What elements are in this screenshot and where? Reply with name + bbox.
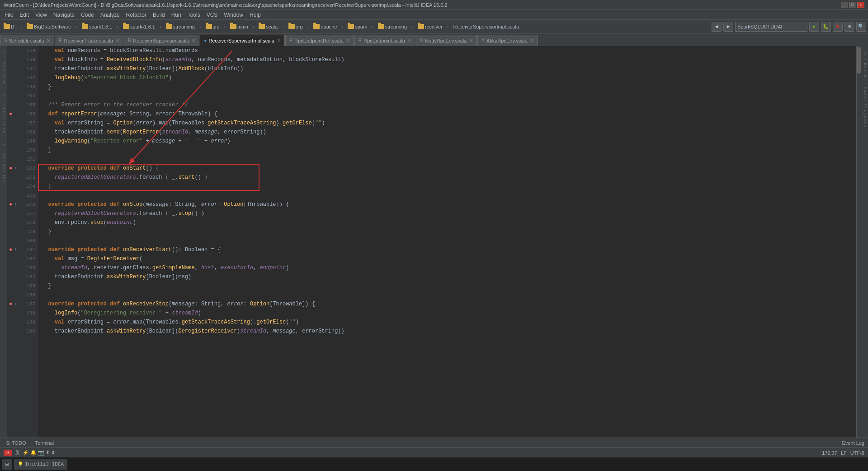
code-line-162: logDebug(s"Reported block $blockId"): [42, 73, 856, 82]
tab-rpcendpoint[interactable]: R RpcEndpoint.scala ✕: [354, 35, 415, 46]
code-editor[interactable]: val numRecords = blockStoreResult.numRec…: [38, 46, 856, 438]
code-line-160: val blockInfo = ReceivedBlockInfo(stream…: [42, 55, 856, 64]
tab-nettyrpcenv[interactable]: N NettyRpcEnv.scala ✕: [416, 35, 477, 46]
menu-edit[interactable]: Edit: [17, 11, 32, 19]
breadcrumb-bigdata[interactable]: BigDataSoftware: [25, 23, 73, 30]
linenum-168: 168: [7, 128, 38, 137]
main-area: 1: Project 2: Structure 7: Structure 159…: [0, 46, 868, 438]
folder-icon-11: [348, 24, 354, 29]
code-line-184: trackerEndpoint.askWithRetry[Boolean](ms…: [42, 272, 856, 281]
tab-icon-rpcendpoint: R: [359, 38, 362, 43]
breadcrumb-scala[interactable]: scala: [257, 23, 279, 30]
breadcrumb-spark-161[interactable]: spark-1.6.1: [121, 23, 157, 30]
tab-label-nettyrpcenv: NettyRpcEnv.scala: [425, 38, 467, 43]
tab-label-scheduler: Scheduler.scala: [9, 38, 44, 43]
tab-label-akkarpcenv: AkkaRpcEnv.scala: [486, 38, 528, 43]
menu-tools[interactable]: Tools: [185, 11, 203, 19]
close-tab-receivertracker[interactable]: ✕: [116, 38, 119, 43]
title-bar: WordCount - [D:\IdeaProjects\WordCount] …: [0, 0, 868, 10]
linenum-173: 173: [7, 173, 38, 182]
folder-icon-9: [288, 24, 295, 29]
code-line-185: }: [42, 281, 856, 290]
tab-receivertracker[interactable]: R ReceiverTracker.scala ✕: [55, 35, 123, 46]
close-tab-scheduler[interactable]: ✕: [47, 38, 50, 43]
menu-refactor[interactable]: Refactor: [123, 11, 149, 19]
breadcrumb-receiver[interactable]: receiver: [416, 23, 444, 30]
menu-run[interactable]: Run: [169, 11, 184, 19]
close-tab-receiversupervisorimpl[interactable]: ✕: [277, 38, 281, 43]
linenum-178: 178: [7, 218, 38, 227]
menu-vcs[interactable]: VCS: [204, 11, 221, 19]
window-controls[interactable]: _ □ ✕: [841, 2, 864, 8]
right-sidebar: Alt Build Maven Projects: [861, 46, 868, 438]
toolbar: D: › BigDataSoftware › spark1.6.1 › spar…: [0, 20, 868, 33]
menu-build[interactable]: Build: [150, 11, 168, 19]
close-button[interactable]: ✕: [857, 2, 864, 8]
menu-navigate[interactable]: Navigate: [51, 11, 77, 19]
breadcrumb-apache[interactable]: apache: [311, 23, 339, 30]
run-button[interactable]: ▶: [809, 22, 819, 32]
breadcrumb-d[interactable]: D:: [2, 23, 18, 30]
linenum-176: ● ↑ 176: [7, 200, 38, 209]
breadcrumb-spark[interactable]: spark: [346, 23, 369, 30]
maximize-button[interactable]: □: [849, 2, 856, 8]
close-tab-rpcendpoint[interactable]: ✕: [408, 38, 411, 43]
toolbar-nav-back[interactable]: ◀: [712, 22, 722, 32]
linenum-177: 177: [7, 209, 38, 218]
code-line-176: override protected def onStop(message: S…: [42, 200, 856, 209]
menu-window[interactable]: Window: [221, 11, 246, 19]
code-line-173: registeredBlockGenerators.foreach { _.st…: [42, 173, 856, 182]
vertical-scrollbar[interactable]: [856, 46, 861, 438]
menu-code[interactable]: Code: [78, 11, 97, 19]
scrollbar-thumb[interactable]: [857, 47, 861, 74]
toolbar-nav-fwd[interactable]: ▶: [723, 22, 733, 32]
breadcrumb-src[interactable]: src: [204, 23, 222, 30]
folder-icon-13: [418, 24, 424, 29]
breadcrumb-spark161[interactable]: spark1.6.1: [80, 23, 114, 30]
code-line-178: env.rpcEnv.stop(endpoint): [42, 218, 856, 227]
breadcrumb-main[interactable]: main: [228, 23, 250, 30]
taskbar-start-icon: ⊞: [5, 461, 9, 468]
linenum-175: 175: [7, 191, 38, 200]
tab-rpcendpointref[interactable]: R RpcEndpointRef.scala ✕: [285, 35, 354, 46]
toolbar-right: ◀ ▶ ▶ 🐛 ■ ⚙ 🔍: [712, 22, 866, 32]
left-sidebar-label-1[interactable]: 1: Project: [1, 52, 6, 85]
close-tab-receiversupervisor[interactable]: ✕: [192, 38, 195, 43]
menu-file[interactable]: File: [2, 11, 16, 19]
tab-receiversupervisorimpl[interactable]: ● ReceiverSupervisorImpl.scala ✕: [200, 35, 285, 46]
right-sidebar-build[interactable]: Alt Build: [863, 52, 867, 78]
settings-button[interactable]: ⚙: [844, 22, 854, 32]
taskbar-intellij[interactable]: 💡 IntelliJ IDEA: [14, 459, 67, 470]
breadcrumb-streaming2[interactable]: streaming: [376, 23, 409, 30]
left-sidebar-label-2[interactable]: 2: Structure: [1, 94, 6, 134]
code-line-170: }: [42, 146, 856, 155]
tab-terminal[interactable]: Terminal: [33, 439, 57, 447]
menu-analyze[interactable]: Analyze: [98, 11, 123, 19]
breadcrumb-file[interactable]: ReceiverSupervisorImpl.scala: [452, 23, 521, 30]
breadcrumb-org[interactable]: org: [287, 23, 305, 30]
breadcrumb-streaming[interactable]: streaming: [164, 23, 197, 30]
status-icon: S: [4, 450, 12, 456]
status-event-log[interactable]: Event Log: [842, 440, 864, 446]
close-tab-rpcendpointref[interactable]: ✕: [346, 38, 350, 43]
tab-scheduler[interactable]: S Scheduler.scala ✕: [0, 35, 54, 46]
tab-receiversupervisor[interactable]: R ReceiverSupervisor.scala ✕: [124, 35, 199, 46]
linenum-162: 162: [7, 73, 38, 82]
code-line-188: logInfo("Deregistering receiver " + stre…: [42, 309, 856, 318]
code-line-168: trackerEndpoint.send(ReportError(streamI…: [42, 128, 856, 137]
minimize-button[interactable]: _: [841, 2, 848, 8]
close-tab-akkarpcenv[interactable]: ✕: [530, 38, 534, 43]
stop-button[interactable]: ■: [833, 22, 843, 32]
tab-todo[interactable]: 6: TODO: [4, 439, 29, 447]
right-sidebar-maven[interactable]: Maven Projects: [863, 87, 867, 128]
taskbar-start[interactable]: ⊞: [2, 459, 12, 470]
menu-help[interactable]: Help: [247, 11, 264, 19]
close-tab-nettyrpcenv[interactable]: ✕: [469, 38, 473, 43]
code-line-189: val errorString = error.map(Throwables.g…: [42, 318, 856, 327]
search-everywhere[interactable]: 🔍: [856, 22, 866, 32]
tab-akkarpcenv[interactable]: A AkkaRpcEnv.scala ✕: [477, 35, 538, 46]
left-sidebar-label-3[interactable]: 7: Structure: [1, 143, 6, 184]
search-input[interactable]: [735, 22, 807, 32]
debug-button[interactable]: 🐛: [821, 22, 831, 32]
menu-view[interactable]: View: [33, 11, 50, 19]
